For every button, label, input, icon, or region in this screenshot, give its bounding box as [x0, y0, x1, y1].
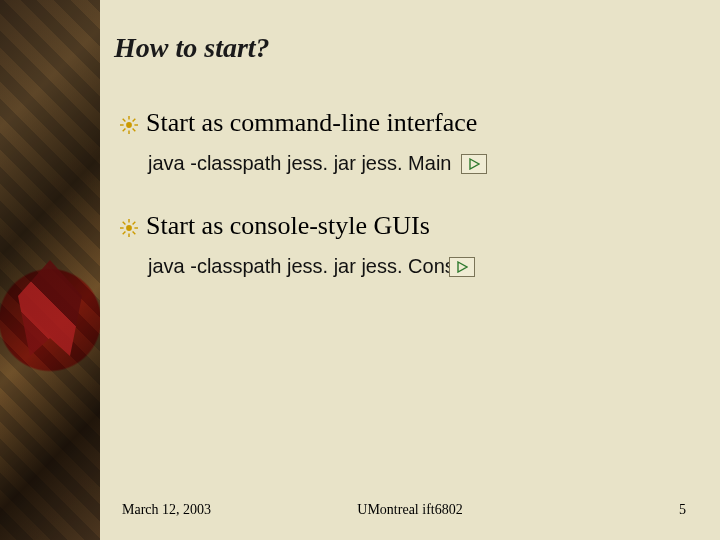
svg-marker-9	[470, 159, 479, 169]
svg-line-6	[133, 129, 136, 132]
code-line: java -classpath jess. jar jess. Consc	[148, 255, 696, 278]
play-triangle-icon	[468, 158, 480, 170]
svg-line-5	[123, 119, 126, 122]
svg-line-8	[123, 129, 126, 132]
svg-marker-19	[458, 262, 467, 272]
bullet-heading: Start as console-style GUIs	[146, 211, 430, 241]
code-text: java -classpath jess. jar jess. Main	[148, 152, 451, 175]
svg-line-15	[123, 222, 126, 225]
svg-line-16	[133, 232, 136, 235]
sun-burst-icon	[120, 116, 138, 134]
slide-title: How to start?	[114, 32, 696, 64]
bullet-item: Start as console-style GUIs	[120, 211, 696, 241]
run-button[interactable]	[449, 257, 475, 277]
slide-content: How to start?	[100, 0, 720, 540]
sun-burst-icon	[120, 219, 138, 237]
bullet-item: Start as command-line interface	[120, 108, 696, 138]
run-button[interactable]	[461, 154, 487, 174]
bullet-heading: Start as command-line interface	[146, 108, 477, 138]
slide-footer: March 12, 2003 UMontreal ift6802 5	[100, 502, 720, 518]
svg-line-18	[123, 232, 126, 235]
decorative-sidebar	[0, 0, 100, 540]
footer-center: UMontreal ift6802	[357, 502, 462, 518]
footer-page-number: 5	[679, 502, 686, 518]
svg-line-17	[133, 222, 136, 225]
svg-point-10	[126, 225, 132, 231]
svg-line-7	[133, 119, 136, 122]
play-triangle-icon	[456, 261, 468, 273]
svg-point-0	[126, 122, 132, 128]
footer-date: March 12, 2003	[122, 502, 211, 518]
code-line: java -classpath jess. jar jess. Main	[148, 152, 696, 175]
code-text: java -classpath jess. jar jess. Consc	[148, 255, 465, 278]
